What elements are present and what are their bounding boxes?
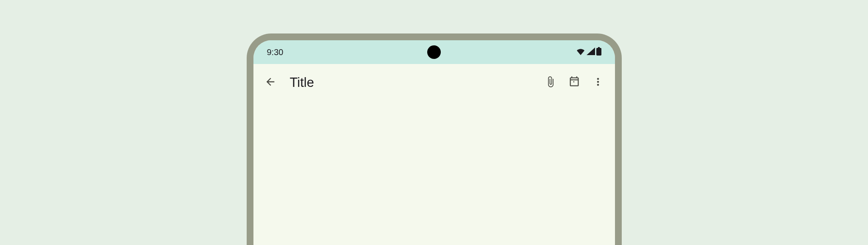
status-icons (576, 47, 601, 57)
attachment-icon (545, 76, 556, 89)
more-vert-icon (592, 76, 604, 89)
calendar-icon (568, 76, 580, 89)
status-bar: 9:30 (253, 40, 615, 64)
wifi-icon (576, 47, 585, 57)
status-time: 9:30 (267, 47, 284, 57)
battery-icon (596, 47, 601, 57)
arrow-back-icon (264, 76, 276, 89)
app-bar-actions (540, 72, 608, 93)
attach-button[interactable] (540, 72, 561, 93)
back-button[interactable] (260, 72, 281, 93)
calendar-button[interactable] (564, 72, 584, 93)
top-app-bar: Title (253, 64, 615, 101)
more-button[interactable] (588, 72, 608, 93)
app-bar-title: Title (290, 75, 537, 90)
cellular-signal-icon (587, 47, 595, 57)
device-screen: 9:30 Title (253, 40, 615, 245)
device-frame: 9:30 Title (247, 33, 622, 245)
camera-notch (427, 45, 441, 59)
